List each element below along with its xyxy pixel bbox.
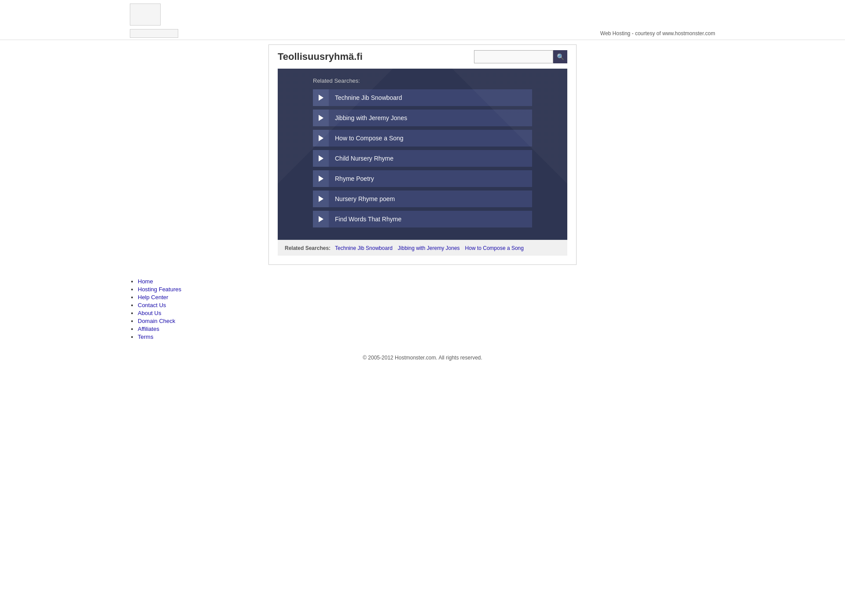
play-triangle [319, 216, 323, 222]
footer-nav-item: Help Center [138, 294, 715, 301]
arrow-icon [313, 89, 329, 106]
footer-nav-item: Contact Us [138, 302, 715, 308]
play-triangle [319, 155, 323, 161]
footer-nav-link[interactable]: Domain Check [138, 318, 175, 324]
search-form: 🔍 [474, 50, 567, 63]
search-item-label: Rhyme Poetry [329, 175, 374, 182]
play-triangle [319, 95, 323, 101]
search-item[interactable]: How to Compose a Song [313, 130, 532, 147]
main-container: Teollisuusryhmä.fi 🔍 Related Searches: T… [268, 44, 577, 265]
footer-nav-item: Domain Check [138, 318, 715, 324]
bottom-related-link[interactable]: Jibbing with Jeremy Jones [398, 245, 460, 251]
arrow-icon [313, 170, 329, 187]
footer-nav-link[interactable]: Affiliates [138, 326, 159, 332]
search-input[interactable] [474, 50, 553, 63]
arrow-icon [313, 150, 329, 167]
play-triangle [319, 115, 323, 121]
bottom-related-bar: Related Searches: Technine Jib Snowboard… [278, 240, 567, 256]
arrow-icon [313, 130, 329, 147]
logo-placeholder [130, 4, 161, 26]
search-item[interactable]: Rhyme Poetry [313, 170, 532, 187]
search-item-label: Find Words That Rhyme [329, 216, 401, 223]
search-items-list: Technine Jib Snowboard Jibbing with Jere… [313, 89, 532, 227]
footer-nav-item: Terms [138, 334, 715, 340]
footer-nav-item: Affiliates [138, 326, 715, 332]
related-searches-label: Related Searches: [313, 77, 532, 84]
footer-nav-link[interactable]: Help Center [138, 294, 168, 301]
bottom-related-label: Related Searches: [285, 245, 331, 251]
content-area: Related Searches: Technine Jib Snowboard… [278, 69, 567, 240]
search-item-label: Jibbing with Jeremy Jones [329, 114, 407, 121]
search-item-label: Child Nursery Rhyme [329, 155, 393, 162]
search-item-label: How to Compose a Song [329, 135, 404, 142]
search-item[interactable]: Jibbing with Jeremy Jones [313, 110, 532, 126]
search-item[interactable]: Technine Jib Snowboard [313, 89, 532, 106]
footer-nav-link[interactable]: About Us [138, 310, 161, 316]
bottom-related-link[interactable]: Technine Jib Snowboard [335, 245, 393, 251]
footer-nav-list: HomeHosting FeaturesHelp CenterContact U… [130, 278, 715, 340]
search-item-label: Nursery Rhyme poem [329, 195, 395, 202]
search-item[interactable]: Find Words That Rhyme [313, 211, 532, 227]
arrow-icon [313, 110, 329, 126]
bottom-related-link[interactable]: How to Compose a Song [465, 245, 524, 251]
search-item[interactable]: Child Nursery Rhyme [313, 150, 532, 167]
search-item[interactable]: Nursery Rhyme poem [313, 191, 532, 207]
play-triangle [319, 196, 323, 202]
arrow-icon [313, 191, 329, 207]
footer-nav-link[interactable]: Terms [138, 334, 153, 340]
search-icon: 🔍 [557, 53, 564, 60]
arrow-icon [313, 211, 329, 227]
footer-copyright: © 2005-2012 Hostmonster.com. All rights … [0, 350, 845, 370]
hosting-text: Web Hosting - courtesy of www.hostmonste… [600, 30, 715, 37]
play-triangle [319, 176, 323, 182]
site-header: Teollisuusryhmä.fi 🔍 [269, 45, 576, 69]
footer-nav-link[interactable]: Contact Us [138, 302, 166, 308]
top-bar [0, 0, 845, 27]
hosting-bar: Web Hosting - courtesy of www.hostmonste… [0, 27, 845, 40]
bottom-related-links: Technine Jib SnowboardJibbing with Jerem… [335, 245, 529, 251]
site-title: Teollisuusryhmä.fi [278, 51, 363, 62]
footer-nav-item: Home [138, 278, 715, 285]
footer-nav-link[interactable]: Home [138, 278, 153, 285]
hosting-logo [130, 29, 178, 38]
play-triangle [319, 135, 323, 141]
footer-nav-link[interactable]: Hosting Features [138, 286, 181, 293]
footer-nav: HomeHosting FeaturesHelp CenterContact U… [0, 269, 845, 350]
footer-nav-item: About Us [138, 310, 715, 316]
search-item-label: Technine Jib Snowboard [329, 94, 402, 101]
search-button[interactable]: 🔍 [553, 50, 567, 63]
footer-nav-item: Hosting Features [138, 286, 715, 293]
